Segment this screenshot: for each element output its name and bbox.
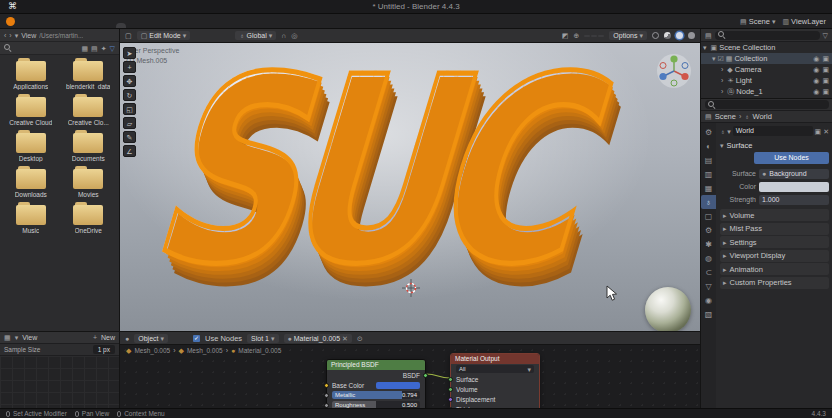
folder-item[interactable]: Movies — [60, 169, 118, 198]
mesh-text-object[interactable]: SUC — [144, 69, 577, 274]
path-field[interactable]: /Users/martin... — [39, 32, 83, 39]
proportional-edit-icon[interactable]: ◎ — [291, 32, 297, 39]
surface-value-button[interactable]: ● Background — [759, 169, 829, 179]
scene-selector[interactable]: ▤ Scene ▾ — [740, 17, 775, 26]
expander-icon[interactable]: › — [721, 88, 723, 95]
shader-node-canvas[interactable]: ◆ Mesh_0.005 › ◆ Mesh_0.005 › ● Material… — [120, 345, 700, 408]
editor-type-icon[interactable]: ● — [125, 335, 129, 342]
base-color-swatch[interactable] — [376, 382, 420, 389]
outliner-row[interactable]: ▾ ▣ Scene Collection — [701, 42, 832, 53]
sample-size-field[interactable]: 1 px — [93, 345, 115, 354]
editor-type-icon[interactable]: ▤ — [705, 32, 712, 39]
workspace-tab[interactable] — [171, 23, 181, 28]
shader-type-selector[interactable]: Object ▾ — [134, 334, 168, 343]
snap-magnet-icon[interactable]: ∩ — [281, 32, 286, 39]
folder-item[interactable]: Applications — [2, 61, 60, 90]
folder-item[interactable]: Downloads — [2, 169, 60, 198]
close-icon[interactable]: ✕ — [342, 335, 348, 342]
input-socket[interactable] — [324, 393, 329, 398]
new-image-button[interactable]: New — [101, 334, 115, 341]
shading-material-icon[interactable] — [676, 32, 683, 39]
list-view-icon[interactable]: ▤ — [91, 45, 98, 52]
xray-icon[interactable]: ⊕ — [573, 32, 579, 39]
material-datablock[interactable]: ● Material_0.005 ✕ — [284, 334, 352, 343]
view-menu[interactable]: View — [22, 334, 37, 341]
slot-selector[interactable]: Slot 1 ▾ — [247, 334, 278, 343]
folder-item[interactable]: Documents — [60, 133, 118, 162]
workspace-tab[interactable] — [149, 23, 159, 28]
folder-item[interactable]: Creative Clo... — [60, 97, 118, 126]
tool-scale-icon[interactable]: ◱ — [123, 103, 136, 115]
grid-view-icon[interactable]: ▦ — [81, 45, 88, 52]
pin-icon[interactable]: ⊙ — [357, 335, 363, 342]
color-swatch[interactable] — [759, 182, 829, 192]
tab-particles[interactable]: ✱ — [701, 237, 716, 251]
tab-object[interactable]: ▢ — [701, 209, 716, 223]
panel-header[interactable]: ▸ Custom Properties — [720, 277, 829, 289]
axis-button[interactable] — [584, 35, 590, 37]
forward-icon[interactable]: › — [9, 32, 11, 39]
blender-logo-icon[interactable] — [6, 17, 15, 26]
render-visibility-icon[interactable]: ▣ — [822, 55, 829, 62]
panel-header[interactable]: ▸ Volume — [720, 209, 829, 221]
tab-texture[interactable]: ▧ — [701, 307, 716, 321]
world-icon[interactable]: ♁ — [720, 128, 725, 135]
strength-field[interactable]: 1.000 — [759, 195, 829, 205]
workspace-tab[interactable] — [116, 23, 126, 28]
value-slider[interactable]: Metallic 0.794 — [332, 391, 420, 399]
filter-icon[interactable]: ▽ — [823, 32, 828, 39]
options-menu[interactable]: Options ▾ — [609, 31, 647, 40]
base-color-socket[interactable] — [324, 383, 329, 388]
outliner-search-input[interactable] — [715, 31, 820, 40]
outliner-row[interactable]: › ☀ Light ◉ ▣ — [701, 75, 832, 86]
navigation-gizmo[interactable] — [656, 53, 692, 91]
input-socket[interactable] — [324, 403, 329, 408]
panel-header[interactable]: ▸ Mist Pass — [720, 223, 829, 235]
panel-header[interactable]: ▸ Animation — [720, 263, 829, 275]
node-title[interactable]: Material Output — [451, 354, 539, 364]
use-nodes-button[interactable]: Use Nodes — [754, 152, 829, 164]
back-icon[interactable]: ‹ — [4, 32, 6, 39]
folder-item[interactable]: OneDrive — [60, 205, 118, 234]
eye-icon[interactable]: ◉ — [813, 88, 819, 95]
value-slider[interactable]: Roughness 0.500 — [332, 401, 420, 408]
world-name-field[interactable]: World — [733, 126, 813, 136]
tab-scene[interactable]: ▦ — [701, 181, 716, 195]
bsdf-output-socket[interactable] — [423, 373, 428, 378]
workspace-tab[interactable] — [105, 23, 115, 28]
viewport-canvas[interactable]: SUC User Perspective (1) Mesh.005 ➤+✥↻◱▱… — [120, 43, 700, 331]
workspace-tab[interactable] — [160, 23, 170, 28]
outliner-row[interactable]: › ◆ Camera ◉ ▣ — [701, 64, 832, 75]
panel-header[interactable]: ▸ Settings — [720, 236, 829, 248]
panel-header[interactable]: ▸ Viewport Display — [720, 250, 829, 262]
orientation-selector[interactable]: ♁ Global ▾ — [235, 31, 276, 40]
tab-modifiers[interactable]: ⚙ — [701, 223, 716, 237]
folder-item[interactable]: Creative Cloud — [2, 97, 60, 126]
target-selector[interactable]: All ▾ — [456, 365, 534, 373]
eye-icon[interactable]: ◉ — [813, 55, 819, 62]
axis-button[interactable] — [598, 35, 604, 37]
tab-tool[interactable]: ⚙ — [701, 125, 716, 139]
search-icon[interactable] — [4, 44, 12, 52]
apple-menu-icon[interactable]: ⌘ — [8, 2, 17, 11]
render-visibility-icon[interactable]: ▣ — [822, 77, 829, 84]
surface-panel-header[interactable]: ▾ Surface — [720, 139, 829, 151]
favorite-icon[interactable]: ✦ — [101, 45, 107, 52]
workspace-tab[interactable] — [83, 23, 93, 28]
axis-button[interactable] — [591, 35, 597, 37]
shading-solid-icon[interactable] — [664, 32, 671, 39]
folder-item[interactable]: blenderkit_data — [60, 61, 118, 90]
workspace-tab[interactable] — [61, 23, 71, 28]
tool-measure-icon[interactable]: ∠ — [123, 145, 136, 157]
tool-transform-icon[interactable]: ▱ — [123, 117, 136, 129]
unlink-icon[interactable]: ✕ — [823, 128, 829, 135]
node-title[interactable]: Principled BSDF — [327, 360, 425, 370]
expander-icon[interactable]: › — [721, 66, 723, 73]
outliner-row[interactable]: › ⓐ Node_1 ◉ ▣ — [701, 86, 832, 97]
expander-icon[interactable]: ▾ — [712, 55, 716, 62]
chevron-down-icon[interactable]: ▾ — [727, 128, 731, 135]
tool-rotate-icon[interactable]: ↻ — [123, 89, 136, 101]
checkbox-icon[interactable]: ☑ — [718, 55, 724, 62]
overlays-icon[interactable]: ◩ — [562, 32, 569, 39]
tab-material[interactable]: ◉ — [701, 293, 716, 307]
